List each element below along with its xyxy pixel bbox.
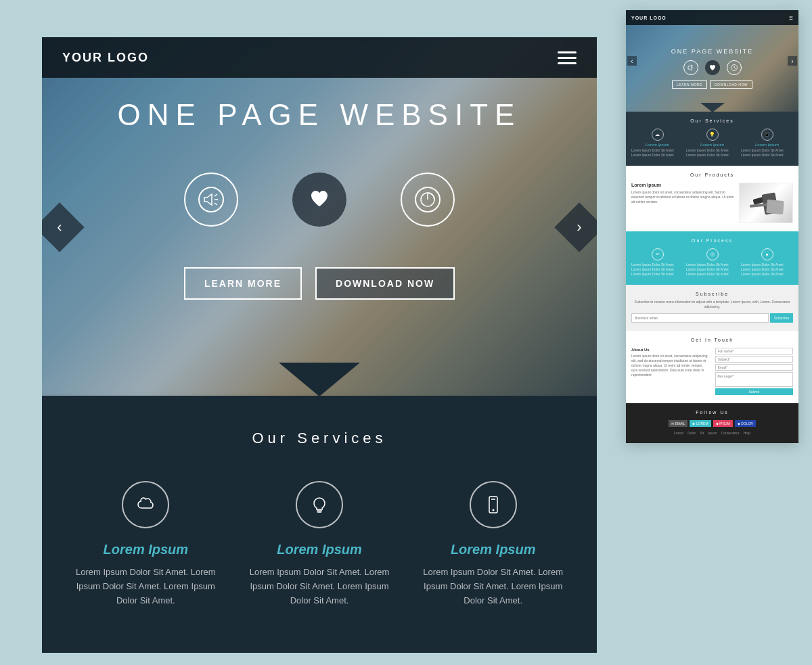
service-icon-bulb [296, 481, 343, 528]
sm-next-arrow[interactable]: › [788, 56, 797, 66]
sm-contact-form: Submit [715, 348, 794, 395]
hero-chevron [279, 363, 360, 396]
sm-hero: YOUR LOGO ≡ ‹ › ONE PAGE WEBSITE [626, 10, 798, 112]
sm-subscribe: Subscribe Subscribe to receive more info… [626, 285, 798, 331]
footer-link-dolor[interactable]: Dolor [687, 431, 696, 435]
sm-process-icon-heart: ♥ [761, 248, 773, 260]
sm-hero-buttons: LEARN MORE DOWNLOAD NOW [672, 81, 752, 89]
service-1-title: Lorem Ipsum [104, 542, 189, 557]
sm-services: Our Services ☁ Lorem Ipsum Lorem Ipsum D… [626, 112, 798, 166]
sm-icon-heart [705, 60, 720, 75]
sm-learn-more-btn[interactable]: LEARN MORE [672, 81, 707, 89]
hero-section: YOUR LOGO ‹ › ONE PAGE WEBSITE [42, 37, 597, 396]
sm-products-title: Our Products [631, 173, 793, 177]
sm-process-icon-eye: ◎ [706, 248, 719, 260]
sm-service-1-name: Lorem Ipsum [646, 143, 669, 147]
sm-icon-megaphone [683, 60, 698, 75]
sm-products-lorem-text: Lorem ipsum dolor sit amet, consectetur … [631, 190, 735, 204]
sm-service-3-name: Lorem Ipsum [755, 143, 779, 147]
navbar: YOUR LOGO [42, 37, 597, 78]
sm-service-1-text: Lorem Ipsum Dolor Sit Amet Lorem Ipsum D… [631, 148, 683, 158]
service-item-bulb: Lorem Ipsum Lorem Ipsum Dolor Sit Amet. … [243, 481, 397, 607]
hamburger-line-3 [558, 62, 577, 64]
sm-social-lorem1-btn[interactable]: ◆ LOREM [690, 420, 710, 427]
carousel-next-arrow[interactable]: › [562, 210, 597, 245]
sm-service-3: 📱 Lorem Ipsum Lorem Ipsum Dolor Sit Amet… [741, 129, 793, 158]
sm-process-1-text: Lorem Ipsum Dolor Sit Amet Lorem Ipsum D… [631, 262, 683, 277]
sm-subscribe-email-input[interactable] [631, 313, 769, 323]
sm-process-3: ♥ Lorem Ipsum Dolor Sit Amet Lorem Ipsum… [741, 248, 793, 277]
download-now-button[interactable]: DOWNLOAD NOW [315, 267, 455, 300]
sm-services-grid: ☁ Lorem Ipsum Lorem Ipsum Dolor Sit Amet… [631, 129, 793, 158]
hero-icon-heart [292, 173, 346, 227]
sm-hero-chevron [700, 103, 725, 112]
hamburger-line-1 [558, 51, 577, 53]
services-title: Our Services [69, 430, 570, 447]
footer-link-ipsum[interactable]: Ipsum [708, 431, 717, 435]
sm-footer-links: Lorem Dolor Sit Ipsum Consectetur Help [631, 431, 793, 435]
sm-process-2-text: Lorem Ipsum Dolor Sit Amet Lorem Ipsum D… [686, 262, 738, 277]
sm-process-3-text: Lorem Ipsum Dolor Sit Amet Lorem Ipsum D… [741, 262, 793, 277]
sm-social-dolor-btn[interactable]: ◆ DOLOR [735, 420, 756, 427]
sm-form-submit-btn[interactable]: Submit [715, 388, 794, 395]
service-2-text: Lorem Ipsum Dolor Sit Amet. Lorem Ipsum … [243, 566, 397, 607]
hero-buttons: LEARN MORE DOWNLOAD NOW [184, 267, 455, 300]
sm-services-title: Our Services [631, 118, 793, 123]
sm-download-btn[interactable]: DOWNLOAD NOW [710, 81, 752, 89]
service-1-text: Lorem Ipsum Dolor Sit Amet. Lorem Ipsum … [69, 566, 223, 607]
sm-form-email-input[interactable] [715, 364, 794, 371]
service-2-title: Lorem Ipsum [277, 542, 362, 557]
sm-service-icon-cloud: ☁ [652, 129, 664, 141]
sm-products-text-block: Lorem Ipsum Lorem ipsum dolor sit amet, … [631, 183, 735, 223]
sm-subscribe-title: Subscribe [631, 292, 793, 296]
svg-line-1 [215, 194, 217, 196]
footer-link-lorem[interactable]: Lorem [674, 431, 683, 435]
service-3-title: Lorem Ipsum [451, 542, 536, 557]
hero-icon-megaphone [184, 173, 238, 227]
sm-product-image [739, 183, 793, 223]
sm-service-2-text: Lorem Ipsum Dolor Sit Amet Lorem Ipsum D… [686, 148, 738, 158]
services-grid: Lorem Ipsum Lorem Ipsum Dolor Sit Amet. … [69, 481, 570, 607]
sm-social-email-btn[interactable]: ✉ EMAIL [669, 420, 687, 427]
sm-prev-arrow[interactable]: ‹ [627, 56, 637, 66]
sm-service-3-text: Lorem Ipsum Dolor Sit Amet Lorem Ipsum D… [741, 148, 793, 158]
sm-products: Our Products Lorem Ipsum Lorem ipsum dol… [626, 166, 798, 231]
sm-contact-grid: About Us Lorem ipsum dolor sit amet, con… [631, 348, 793, 395]
svg-line-16 [734, 68, 736, 69]
sm-form-subject-input[interactable] [715, 356, 794, 363]
sm-service-icon-bulb: 💡 [706, 129, 719, 141]
sm-logo: YOUR LOGO [631, 16, 667, 20]
svg-point-0 [199, 187, 223, 212]
sm-hero-icons [683, 60, 742, 75]
sm-form-message-textarea[interactable] [715, 372, 794, 387]
sm-process-grid: ✏ Lorem Ipsum Dolor Sit Amet Lorem Ipsum… [631, 248, 793, 277]
footer-link-consectetur[interactable]: Consectetur [721, 431, 740, 435]
sm-hero-title: ONE PAGE WEBSITE [671, 48, 753, 55]
sm-subscribe-text: Subscribe to receive more information to… [631, 300, 793, 309]
service-3-text: Lorem Ipsum Dolor Sit Amet. Lorem Ipsum … [416, 566, 570, 607]
hamburger-menu[interactable] [558, 51, 577, 64]
service-icon-cloud [122, 481, 169, 528]
main-mockup: YOUR LOGO ‹ › ONE PAGE WEBSITE [42, 37, 597, 653]
sm-process: Our Process ✏ Lorem Ipsum Dolor Sit Amet… [626, 231, 798, 285]
learn-more-button[interactable]: LEARN MORE [184, 267, 302, 300]
sm-service-2-name: Lorem Ipsum [700, 143, 724, 147]
hero-icons-row [184, 173, 455, 227]
sm-hamburger[interactable]: ≡ [789, 14, 793, 22]
hero-icon-piechart [401, 173, 455, 227]
sm-about-section: About Us Lorem ipsum dolor sit amet, con… [631, 348, 710, 395]
sm-service-1: ☁ Lorem Ipsum Lorem Ipsum Dolor Sit Amet… [631, 129, 683, 158]
sm-service-2: 💡 Lorem Ipsum Lorem Ipsum Dolor Sit Amet… [686, 129, 738, 158]
services-section: Our Services Lorem Ipsum Lorem Ipsum Dol… [42, 396, 597, 648]
carousel-prev-arrow[interactable]: ‹ [42, 210, 77, 245]
footer-link-sit[interactable]: Sit [700, 431, 704, 435]
sm-contact-title: Get In Touch [631, 338, 793, 342]
sm-social-ipsum-btn[interactable]: ◆ IPSUM [713, 420, 733, 427]
sm-form-name-input[interactable] [715, 348, 794, 354]
sm-subscribe-btn[interactable]: Subscribe [770, 313, 793, 323]
footer-link-help[interactable]: Help [744, 431, 750, 435]
service-item-cloud: Lorem Ipsum Lorem Ipsum Dolor Sit Amet. … [69, 481, 223, 607]
sm-products-content: Lorem Ipsum Lorem ipsum dolor sit amet, … [631, 183, 793, 223]
sm-service-icon-mobile: 📱 [761, 129, 773, 141]
svg-line-3 [215, 203, 217, 205]
